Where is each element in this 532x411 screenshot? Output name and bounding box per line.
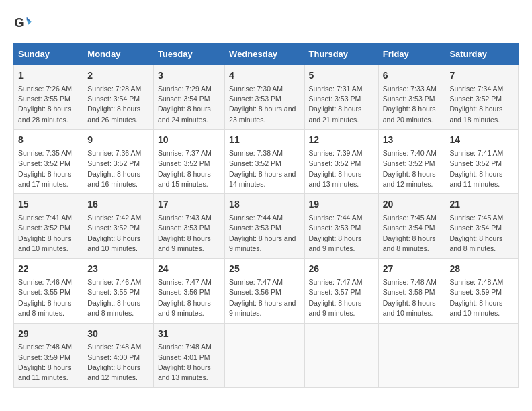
day-number: 10: [158, 134, 220, 147]
sunrise-info: Sunrise: 7:30 AMSunset: 3:53 PMDaylight:…: [229, 85, 296, 124]
logo: G: [13, 13, 35, 32]
sunrise-info: Sunrise: 7:45 AMSunset: 3:54 PMDaylight:…: [449, 214, 503, 253]
day-cell: [378, 323, 445, 387]
day-cell: 16 Sunrise: 7:42 AMSunset: 3:52 PMDaylig…: [83, 194, 154, 259]
sunrise-info: Sunrise: 7:47 AMSunset: 3:57 PMDaylight:…: [309, 278, 363, 317]
header-wednesday: Wednesday: [225, 44, 304, 65]
day-number: 12: [309, 134, 374, 147]
day-number: 23: [87, 263, 149, 276]
sunrise-info: Sunrise: 7:48 AMSunset: 3:59 PMDaylight:…: [449, 278, 503, 317]
header-thursday: Thursday: [304, 44, 378, 65]
day-number: 28: [449, 263, 514, 276]
day-number: 24: [158, 263, 220, 276]
day-cell: 18 Sunrise: 7:44 AMSunset: 3:53 PMDaylig…: [225, 194, 304, 259]
day-number: 6: [383, 69, 441, 83]
day-cell: 4 Sunrise: 7:30 AMSunset: 3:53 PMDayligh…: [225, 65, 304, 130]
day-number: 18: [229, 198, 300, 212]
sunrise-info: Sunrise: 7:38 AMSunset: 3:52 PMDaylight:…: [229, 149, 296, 188]
day-cell: 22 Sunrise: 7:46 AMSunset: 3:55 PMDaylig…: [14, 259, 83, 323]
sunrise-info: Sunrise: 7:44 AMSunset: 3:53 PMDaylight:…: [309, 214, 363, 253]
day-number: 8: [18, 134, 79, 147]
day-number: 30: [87, 328, 149, 341]
sunrise-info: Sunrise: 7:43 AMSunset: 3:53 PMDaylight:…: [158, 214, 212, 253]
day-cell: 23 Sunrise: 7:46 AMSunset: 3:55 PMDaylig…: [83, 259, 154, 323]
day-cell: 15 Sunrise: 7:41 AMSunset: 3:52 PMDaylig…: [14, 194, 83, 259]
day-cell: 31 Sunrise: 7:48 AMSunset: 4:01 PMDaylig…: [153, 323, 224, 387]
day-number: 4: [229, 69, 300, 83]
day-cell: 20 Sunrise: 7:45 AMSunset: 3:54 PMDaylig…: [378, 194, 445, 259]
sunrise-info: Sunrise: 7:29 AMSunset: 3:54 PMDaylight:…: [158, 85, 212, 124]
sunrise-info: Sunrise: 7:37 AMSunset: 3:52 PMDaylight:…: [158, 149, 212, 188]
day-number: 15: [18, 198, 79, 212]
day-cell: 11 Sunrise: 7:38 AMSunset: 3:52 PMDaylig…: [225, 130, 304, 194]
week-row-1: 1 Sunrise: 7:26 AMSunset: 3:55 PMDayligh…: [14, 65, 519, 130]
calendar-header-row: SundayMondayTuesdayWednesdayThursdayFrid…: [14, 44, 519, 65]
day-number: 9: [87, 134, 149, 147]
header-friday: Friday: [378, 44, 445, 65]
page-header: G: [13, 13, 519, 32]
day-cell: 1 Sunrise: 7:26 AMSunset: 3:55 PMDayligh…: [14, 65, 83, 130]
day-cell: [225, 323, 304, 387]
day-cell: 5 Sunrise: 7:31 AMSunset: 3:53 PMDayligh…: [304, 65, 378, 130]
day-cell: 7 Sunrise: 7:34 AMSunset: 3:52 PMDayligh…: [445, 65, 519, 130]
day-cell: 10 Sunrise: 7:37 AMSunset: 3:52 PMDaylig…: [153, 130, 224, 194]
day-cell: 12 Sunrise: 7:39 AMSunset: 3:52 PMDaylig…: [304, 130, 378, 194]
day-cell: 27 Sunrise: 7:48 AMSunset: 3:58 PMDaylig…: [378, 259, 445, 323]
day-number: 17: [158, 198, 220, 212]
sunrise-info: Sunrise: 7:47 AMSunset: 3:56 PMDaylight:…: [229, 278, 296, 317]
header-tuesday: Tuesday: [153, 44, 224, 65]
week-row-2: 8 Sunrise: 7:35 AMSunset: 3:52 PMDayligh…: [14, 130, 519, 194]
sunrise-info: Sunrise: 7:48 AMSunset: 4:01 PMDaylight:…: [158, 342, 212, 381]
sunrise-info: Sunrise: 7:41 AMSunset: 3:52 PMDaylight:…: [18, 214, 72, 253]
day-cell: 8 Sunrise: 7:35 AMSunset: 3:52 PMDayligh…: [14, 130, 83, 194]
sunrise-info: Sunrise: 7:36 AMSunset: 3:52 PMDaylight:…: [87, 149, 141, 188]
sunrise-info: Sunrise: 7:40 AMSunset: 3:52 PMDaylight:…: [383, 149, 437, 188]
svg-text:G: G: [14, 16, 24, 30]
day-number: 2: [87, 69, 149, 83]
day-cell: 17 Sunrise: 7:43 AMSunset: 3:53 PMDaylig…: [153, 194, 224, 259]
sunrise-info: Sunrise: 7:28 AMSunset: 3:54 PMDaylight:…: [87, 85, 141, 124]
day-number: 25: [229, 263, 300, 276]
day-number: 1: [18, 69, 79, 83]
day-number: 27: [383, 263, 441, 276]
day-cell: 13 Sunrise: 7:40 AMSunset: 3:52 PMDaylig…: [378, 130, 445, 194]
day-cell: 6 Sunrise: 7:33 AMSunset: 3:53 PMDayligh…: [378, 65, 445, 130]
day-number: 14: [449, 134, 514, 147]
day-number: 13: [383, 134, 441, 147]
day-number: 3: [158, 69, 220, 83]
day-cell: 2 Sunrise: 7:28 AMSunset: 3:54 PMDayligh…: [83, 65, 154, 130]
day-cell: 21 Sunrise: 7:45 AMSunset: 3:54 PMDaylig…: [445, 194, 519, 259]
week-row-4: 22 Sunrise: 7:46 AMSunset: 3:55 PMDaylig…: [14, 259, 519, 323]
day-number: 29: [18, 328, 79, 341]
day-number: 7: [449, 69, 514, 83]
day-number: 11: [229, 134, 300, 147]
day-cell: 3 Sunrise: 7:29 AMSunset: 3:54 PMDayligh…: [153, 65, 224, 130]
sunrise-info: Sunrise: 7:41 AMSunset: 3:52 PMDaylight:…: [449, 149, 503, 188]
sunrise-info: Sunrise: 7:26 AMSunset: 3:55 PMDaylight:…: [18, 85, 72, 124]
day-cell: 26 Sunrise: 7:47 AMSunset: 3:57 PMDaylig…: [304, 259, 378, 323]
header-sunday: Sunday: [14, 44, 83, 65]
day-number: 22: [18, 263, 79, 276]
sunrise-info: Sunrise: 7:48 AMSunset: 3:59 PMDaylight:…: [18, 342, 72, 381]
sunrise-info: Sunrise: 7:39 AMSunset: 3:52 PMDaylight:…: [309, 149, 363, 188]
sunrise-info: Sunrise: 7:33 AMSunset: 3:53 PMDaylight:…: [383, 85, 437, 124]
header-monday: Monday: [83, 44, 154, 65]
sunrise-info: Sunrise: 7:45 AMSunset: 3:54 PMDaylight:…: [383, 214, 437, 253]
sunrise-info: Sunrise: 7:46 AMSunset: 3:55 PMDaylight:…: [87, 278, 141, 317]
day-number: 26: [309, 263, 374, 276]
day-number: 16: [87, 198, 149, 212]
day-cell: 29 Sunrise: 7:48 AMSunset: 3:59 PMDaylig…: [14, 323, 83, 387]
sunrise-info: Sunrise: 7:48 AMSunset: 3:58 PMDaylight:…: [383, 278, 437, 317]
day-cell: 30 Sunrise: 7:48 AMSunset: 4:00 PMDaylig…: [83, 323, 154, 387]
day-number: 31: [158, 328, 220, 341]
week-row-5: 29 Sunrise: 7:48 AMSunset: 3:59 PMDaylig…: [14, 323, 519, 387]
day-cell: 19 Sunrise: 7:44 AMSunset: 3:53 PMDaylig…: [304, 194, 378, 259]
sunrise-info: Sunrise: 7:44 AMSunset: 3:53 PMDaylight:…: [229, 214, 296, 253]
sunrise-info: Sunrise: 7:42 AMSunset: 3:52 PMDaylight:…: [87, 214, 141, 253]
day-number: 20: [383, 198, 441, 212]
day-cell: 28 Sunrise: 7:48 AMSunset: 3:59 PMDaylig…: [445, 259, 519, 323]
day-cell: 9 Sunrise: 7:36 AMSunset: 3:52 PMDayligh…: [83, 130, 154, 194]
day-cell: [304, 323, 378, 387]
day-cell: 14 Sunrise: 7:41 AMSunset: 3:52 PMDaylig…: [445, 130, 519, 194]
week-row-3: 15 Sunrise: 7:41 AMSunset: 3:52 PMDaylig…: [14, 194, 519, 259]
